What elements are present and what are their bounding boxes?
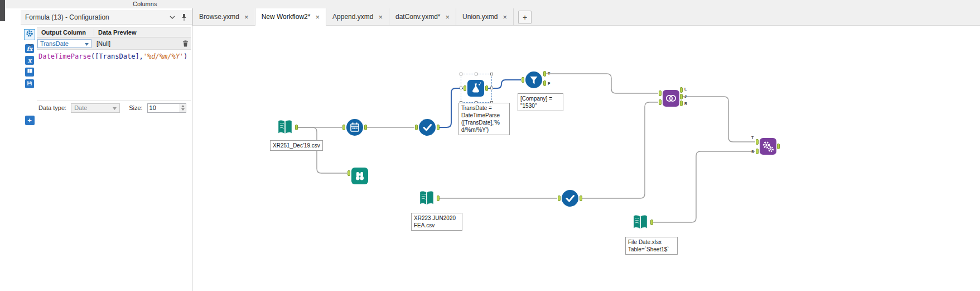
output-column-header: Output Column [37,29,94,36]
input-data-tool-node-2[interactable] [418,189,436,209]
output-anchor-false[interactable] [543,80,546,86]
expression-close: ) [184,53,187,60]
grid-header-row: Output Column Data Preview [37,27,191,37]
tab-browse-yxmd[interactable]: Browse.yxmd × [192,8,255,25]
select-tool-node-1[interactable] [419,119,436,138]
filter-tool-node[interactable] [525,71,542,90]
tab-append-yxmd[interactable]: Append.yxmd × [326,8,389,25]
input-anchor-right[interactable] [659,99,662,105]
input-book-icon [418,189,436,207]
save-expression-button[interactable] [25,79,34,88]
output-anchor[interactable] [437,125,440,130]
output-column-dropdown[interactable]: TransDate [37,39,91,48]
input-anchor-target[interactable] [756,139,759,145]
input-data-tool-node-3[interactable] [631,213,649,233]
tab-close-icon[interactable]: × [378,13,383,21]
output-anchor-j[interactable] [680,94,683,99]
tab-label: New Workflow2* [262,13,311,21]
output-anchor-l[interactable] [680,87,683,93]
input2-label[interactable]: XR223 JUN2020 FEA.csv [411,213,462,231]
columns-header-label: Columns [133,1,157,7]
output-anchor[interactable] [777,144,780,149]
data-type-dropdown[interactable]: Date [71,103,120,113]
tab-datconv-yxmd[interactable]: datConv.yxmd* × [389,8,456,25]
input-anchor[interactable] [464,85,466,91]
filter-annotation[interactable]: [Company] = "1530" [518,93,563,111]
gears-icon [760,138,776,155]
anchor-letter-t: T [751,136,754,140]
delete-row-button[interactable] [182,40,189,47]
output-anchor[interactable] [485,85,488,91]
save-icon [26,79,33,89]
tab-close-icon[interactable]: × [244,13,249,21]
size-stepper[interactable] [180,104,185,112]
variable-x-icon: x [28,57,32,64]
selection-handle[interactable] [460,87,462,89]
expression-editor[interactable]: DateTimeParse([TransDate],'%d/%m/%Y') [37,50,191,101]
browse-tool-node[interactable] [351,168,368,187]
formula-annotation[interactable]: TransDate = DateTimeParse ([TransDate],'… [458,103,510,135]
data-preview-header: Data Preview [94,29,191,36]
tab-close-icon[interactable]: × [503,13,507,21]
functions-library-button[interactable] [25,68,34,77]
expression-function: DateTimeParse [38,53,91,60]
output-anchor[interactable] [437,195,440,201]
select-tool-node-2[interactable] [562,190,578,209]
input-anchor[interactable] [558,195,561,201]
data-type-label: Data type: [38,104,66,111]
input-anchor[interactable] [347,170,350,176]
selection-handle[interactable] [490,73,493,75]
pin-icon[interactable] [181,13,187,21]
output-anchor-true[interactable] [543,71,546,77]
tab-close-icon[interactable]: × [315,13,320,21]
add-column-button[interactable]: + [25,116,35,125]
input1-label[interactable]: XR251_Dec'19.csv [270,140,323,151]
collapse-chevron-icon[interactable] [170,16,175,19]
tab-close-icon[interactable]: × [446,13,450,21]
configuration-panel: Formula (13) - Configuration fx x [0,8,192,291]
datetime-tool-node[interactable] [346,119,363,138]
size-input[interactable] [148,104,180,112]
anchor-letter-f: F [548,82,550,85]
input3-label[interactable]: File Date.xlsx Table=`Sheet1$` [625,237,678,255]
append-fields-tool-node[interactable] [760,138,776,157]
input-anchor[interactable] [522,77,524,83]
join-venn-icon [663,90,679,107]
input-book-icon [631,213,649,231]
alteryx-designer-window: Columns Formula (13) - Configuration fx … [0,0,980,291]
dropdown-caret-icon [113,104,117,111]
output-anchor[interactable] [295,125,298,130]
input-anchor-left[interactable] [659,90,662,96]
checkmark-icon [562,190,578,207]
tab-label: Append.yxmd [332,13,373,21]
input-book-icon [276,118,294,136]
size-label: Size: [129,104,142,111]
selection-handle[interactable] [475,73,477,75]
workflow-tab-bar: Browse.yxmd × New Workflow2* × Append.yx… [192,8,980,26]
input-anchor[interactable] [342,125,345,130]
calendar-icon [346,119,363,136]
input-anchor-source[interactable] [756,149,759,154]
new-workflow-tab-button[interactable]: + [518,11,532,24]
tab-new-workflow2[interactable]: New Workflow2* × [255,8,326,26]
tab-union-yxmd[interactable]: Union.yxmd × [456,8,514,25]
insert-variable-button[interactable]: x [25,56,34,65]
stepper-down-icon [181,108,185,111]
join-tool-node[interactable] [663,90,679,109]
workflow-canvas[interactable] [192,25,980,291]
formula-grid: Output Column Data Preview TransDate [Nu… [37,27,191,115]
output-anchor-r[interactable] [680,101,683,106]
output-anchor[interactable] [650,220,653,225]
formula-tool-node-selected[interactable] [467,80,484,99]
expression-args: ([TransDate], [91,53,143,60]
output-anchor[interactable] [364,125,367,130]
selection-handle[interactable] [490,87,493,89]
input-anchor[interactable] [415,125,418,130]
top-header-band: Columns [0,0,980,9]
output-anchor[interactable] [580,195,582,201]
configuration-panel-title: Formula (13) - Configuration [25,13,109,21]
selection-handle[interactable] [460,73,462,75]
input-data-tool-node-1[interactable] [276,118,294,139]
size-field-wrap [147,103,186,113]
row-expander-chevron[interactable] [28,39,33,49]
